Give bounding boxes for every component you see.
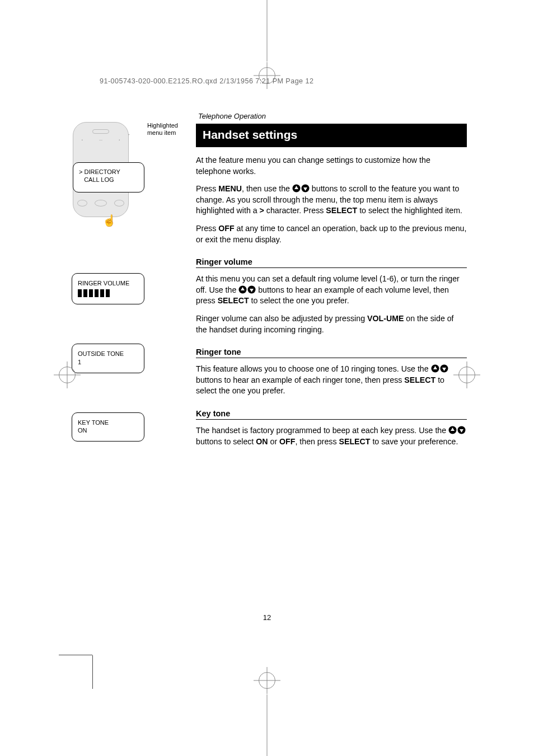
off-instructions-paragraph: Press OFF at any time to cancel an opera… [196, 223, 467, 245]
right-column: Telephone Operation Handset settings At … [196, 112, 467, 454]
key-tone-p1: The handset is factory programmed to bee… [196, 425, 467, 447]
phone-nav-row [73, 200, 128, 206]
phone-screen-callout: > DIRECTORY CALL LOG [73, 162, 144, 192]
handset-illustration: Highlighted menu item •—• > DIRECTORY CA [73, 122, 146, 223]
ringer-volume-p1: At this menu you can set a default ring … [196, 274, 467, 307]
up-down-icon [448, 426, 466, 434]
select-key-label: SELECT [339, 437, 371, 446]
lcd-keytone-line1: KEY TONE [78, 419, 138, 426]
text-fragment: , then use the [242, 184, 292, 193]
text-fragment: to select the highlighted item. [357, 206, 462, 215]
registration-mark-left [59, 367, 76, 383]
lcd-keytone-line2: ON [78, 426, 138, 434]
text-fragment: buttons to hear an example of each ringe… [196, 375, 404, 384]
phone-right-button-icon [114, 200, 124, 206]
corner-crop-bl-v [92, 655, 93, 689]
text-fragment: at any time to cancel an operation, back… [196, 224, 466, 244]
up-down-icon [292, 184, 310, 192]
hand-pointer-icon: ☝ [102, 214, 116, 227]
page-title: Handset settings [196, 124, 467, 147]
select-key-label: SELECT [218, 296, 249, 305]
menu-instructions-paragraph: Press MENU, then use the buttons to scro… [196, 184, 467, 217]
ringer-tone-p1: This feature allows you to choose one of… [196, 364, 467, 397]
phone-screen-line2: CALL LOG [79, 176, 138, 184]
section-eyebrow: Telephone Operation [198, 112, 467, 120]
crop-mark-bottom-line [267, 694, 268, 756]
lcd-ringer-title: RINGER VOLUME [78, 279, 138, 287]
select-key-label: SELECT [326, 206, 357, 215]
print-slug: 91-005743-020-000.E2125.RO.qxd 2/13/1956… [100, 77, 313, 85]
text-fragment: , then press [295, 437, 339, 446]
text-fragment: The handset is factory programmed to bee… [196, 426, 448, 435]
phone-screen-line1: > DIRECTORY [79, 168, 138, 176]
select-key-label: SELECT [404, 375, 435, 384]
text-fragment: Ringer volume can also be adjusted by pr… [196, 314, 367, 323]
ringer-volume-heading: Ringer volume [196, 257, 467, 268]
registration-mark-right [458, 367, 475, 383]
lcd-outside-line2: 1 [78, 358, 138, 366]
left-column: Highlighted menu item •—• > DIRECTORY CA [67, 112, 179, 454]
up-down-icon [238, 285, 256, 294]
phone-center-button-icon [95, 200, 107, 206]
menu-key-label: MENU [218, 184, 242, 193]
annotation-line1: Highlighted [147, 122, 178, 129]
text-fragment: or [268, 437, 280, 446]
text-fragment: This feature allows you to choose one of… [196, 364, 431, 373]
registration-mark-bottom [259, 672, 275, 689]
lcd-outside-line1: OUTSIDE TONE [78, 350, 138, 358]
crop-mark-top-line [267, 0, 268, 62]
text-fragment: to select the one you prefer. [249, 296, 349, 305]
text-fragment: character. Press [264, 206, 326, 215]
off-key-label: OFF [218, 224, 234, 233]
up-down-icon [431, 364, 448, 373]
volume-bars-icon [78, 289, 138, 297]
text-fragment: to save your preference. [370, 437, 458, 446]
highlight-char: > [260, 206, 264, 215]
on-label: ON [256, 437, 268, 446]
text-fragment: buttons to select [196, 437, 256, 446]
lcd-outside-tone: OUTSIDE TONE 1 [72, 344, 144, 373]
annotation-label: Highlighted menu item [147, 122, 178, 137]
ringer-volume-p2: Ringer volume can also be adjusted by pr… [196, 313, 467, 335]
lcd-ringer-volume: RINGER VOLUME [72, 273, 144, 304]
phone-earpiece [92, 129, 109, 134]
intro-paragraph: At the feature menu you can change setti… [196, 155, 467, 177]
volume-key-label: VOL-UME [367, 314, 404, 323]
phone-left-button-icon [77, 200, 87, 206]
corner-crop-bl-h [59, 655, 92, 655]
ringer-tone-heading: Ringer tone [196, 348, 467, 358]
key-tone-heading: Key tone [196, 409, 467, 420]
text-fragment: Press [196, 184, 218, 193]
phone-top-row: •—• [73, 138, 128, 142]
lcd-key-tone: KEY TONE ON [72, 412, 144, 442]
annotation-line2: menu item [147, 129, 178, 137]
off-label: OFF [279, 437, 295, 446]
text-fragment: Press [196, 224, 218, 233]
page-number: 12 [263, 613, 271, 622]
